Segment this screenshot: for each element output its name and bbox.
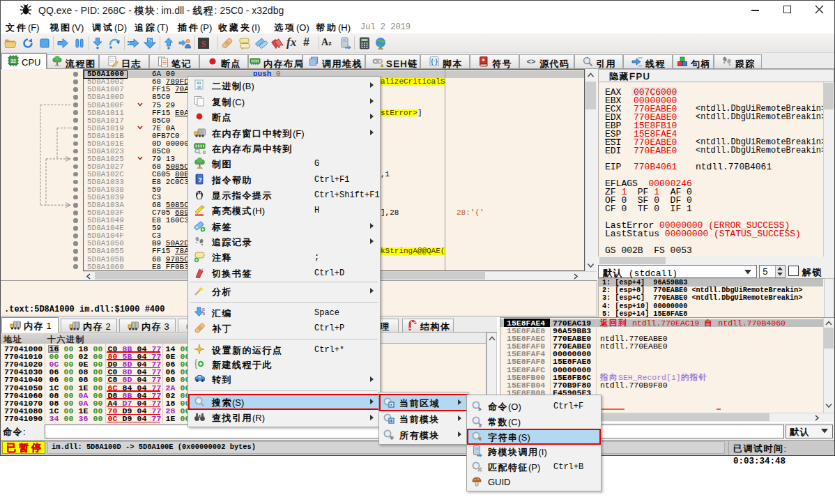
svg-text:@: @ (203, 150, 206, 154)
svg-text:?: ? (198, 176, 202, 183)
svg-text:10: 10 (197, 84, 201, 89)
svg-text:S: S (201, 39, 206, 49)
svg-text:n: n (201, 273, 203, 277)
svg-text:✱: ✱ (390, 435, 394, 441)
svg-text:“: “ (478, 436, 482, 443)
svg-text:✱: ✱ (390, 418, 393, 423)
svg-text:<>: <> (527, 57, 536, 66)
svg-text:{·}: {·} (431, 58, 438, 65)
svg-text:10: 10 (202, 312, 205, 316)
svg-text:#: # (479, 422, 482, 427)
